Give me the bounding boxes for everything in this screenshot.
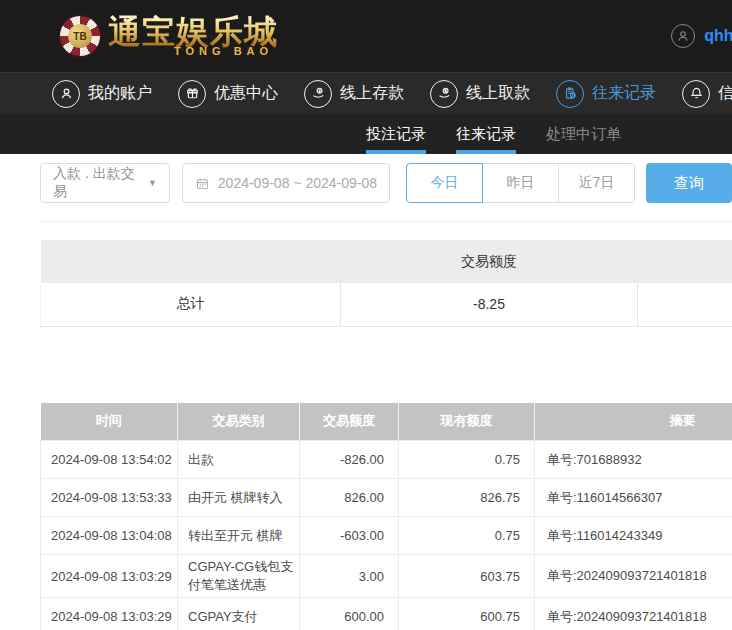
column-header: 摘要 [535, 403, 732, 441]
summary-table: 交易额度 总计 -8.25 [40, 240, 732, 327]
table-cell: 826.00 [300, 479, 399, 517]
chip-initials: TB [68, 24, 92, 48]
table-cell: CGPAY支付 [178, 598, 300, 630]
table-cell: 3.00 [300, 555, 399, 598]
tabs-bar: 投注记录 往来记录 处理中订单 [0, 114, 732, 154]
today-button[interactable]: 今日 [406, 163, 483, 203]
nav-item-deposit[interactable]: 线上存款 [304, 80, 404, 108]
brand-name-cn: 通宝娱乐城 [108, 15, 278, 48]
column-header: 时间 [41, 403, 178, 441]
tab-transaction-records[interactable]: 往来记录 [456, 114, 516, 154]
table-row: 2024-09-08 13:03:29CGPAY支付600.00600.75单号… [41, 598, 732, 630]
table-cell: 600.75 [399, 598, 535, 630]
nav-label: 线上取款 [466, 83, 530, 104]
table-cell: 2024-09-08 13:54:02 [41, 441, 178, 479]
column-header: 现有额度 [399, 403, 535, 441]
table-cell: 单号:701688932 [535, 441, 732, 479]
table-header-row: 时间交易类别交易额度现有额度摘要 [41, 403, 732, 441]
brand-logo[interactable]: TB 通宝娱乐城 TONG BAO [60, 15, 278, 57]
tab-processing-orders[interactable]: 处理中订单 [546, 114, 621, 154]
nav-label: 优惠中心 [214, 83, 278, 104]
date-range-input[interactable]: 2024-09-08 ~ 2024-09-08 [182, 163, 390, 203]
table-cell: 826.75 [399, 479, 535, 517]
avatar-icon[interactable] [671, 24, 695, 48]
table-cell: -826.00 [300, 441, 399, 479]
chevron-down-icon: ▼ [148, 178, 157, 188]
table-cell: 由开元 棋牌转入 [178, 479, 300, 517]
table-cell: 单号:202409093721401818 [535, 598, 732, 630]
yesterday-button[interactable]: 昨日 [482, 163, 559, 203]
summary-row-label: 总计 [41, 283, 341, 326]
search-button[interactable]: 查询 [646, 163, 732, 203]
table-cell: 出款 [178, 441, 300, 479]
transactions-table: 时间交易类别交易额度现有额度摘要 2024-09-08 13:54:02出款-8… [40, 403, 732, 630]
table-cell: 2024-09-08 13:03:29 [41, 555, 178, 598]
table-cell: 600.00 [300, 598, 399, 630]
table-row: 2024-09-08 13:53:33由开元 棋牌转入826.00826.75单… [41, 479, 732, 517]
calendar-icon [195, 176, 210, 191]
summary-total-value: -8.25 [341, 283, 638, 326]
withdraw-icon [430, 80, 458, 108]
nav-item-messages[interactable]: 信息 [682, 80, 732, 108]
nav-label: 我的账户 [88, 83, 152, 104]
nav-item-promotions[interactable]: 优惠中心 [178, 80, 278, 108]
nav-label: 往来记录 [592, 83, 656, 104]
table-cell: CGPAY-CG钱包支付笔笔送优惠 [178, 555, 300, 598]
summary-header-label: 交易额度 [341, 240, 638, 283]
section-divider [40, 221, 732, 222]
table-cell: -603.00 [300, 517, 399, 555]
nav-item-records[interactable]: 往来记录 [556, 80, 656, 108]
table-cell: 0.75 [399, 517, 535, 555]
user-box: qhhw [671, 24, 732, 48]
summary-empty-cell [638, 283, 732, 326]
bell-icon [682, 80, 710, 108]
table-row: 2024-09-08 13:54:02出款-826.000.75单号:70168… [41, 441, 732, 479]
nav-label: 线上存款 [340, 83, 404, 104]
quick-date-button-group: 今日 昨日 近7日 [406, 163, 635, 203]
table-cell: 单号:116014566307 [535, 479, 732, 517]
table-cell: 单号:116014243349 [535, 517, 732, 555]
promo-gift-icon [178, 80, 206, 108]
main-nav: 我的账户 优惠中心 线上存款 线上取款 [0, 72, 732, 114]
last-7-days-button[interactable]: 近7日 [558, 163, 635, 203]
username-link[interactable]: qhhw [704, 27, 732, 45]
summary-header-empty [41, 240, 341, 283]
date-range-value: 2024-09-08 ~ 2024-09-08 [218, 175, 377, 191]
nav-item-withdraw[interactable]: 线上取款 [430, 80, 530, 108]
column-header: 交易额度 [300, 403, 399, 441]
nav-label: 信息 [718, 83, 732, 104]
table-cell: 603.75 [399, 555, 535, 598]
brand-name-en: TONG BAO [174, 45, 278, 57]
poker-chip-icon: TB [60, 16, 100, 56]
column-header: 交易类别 [178, 403, 300, 441]
summary-header-row: 交易额度 [41, 240, 732, 283]
table-cell: 2024-09-08 13:03:29 [41, 598, 178, 630]
site-header: TB 通宝娱乐城 TONG BAO qhhw [0, 0, 732, 72]
records-icon [556, 80, 584, 108]
table-cell: 2024-09-08 13:04:08 [41, 517, 178, 555]
table-cell: 单号:202409093721401818 [535, 555, 732, 598]
filter-row: 入款 . 出款交易 ▼ 2024-09-08 ~ 2024-09-08 今日 昨… [40, 163, 732, 203]
deposit-icon [304, 80, 332, 108]
transaction-type-dropdown[interactable]: 入款 . 出款交易 ▼ [40, 163, 170, 203]
transactions-body: 2024-09-08 13:54:02出款-826.000.75单号:70168… [41, 441, 732, 630]
summary-total-row: 总计 -8.25 [41, 283, 732, 326]
summary-header-empty [638, 240, 732, 283]
account-icon [52, 80, 80, 108]
table-row: 2024-09-08 13:03:29CGPAY-CG钱包支付笔笔送优惠3.00… [41, 555, 732, 598]
table-cell: 2024-09-08 13:53:33 [41, 479, 178, 517]
table-cell: 0.75 [399, 441, 535, 479]
table-cell: 转出至开元 棋牌 [178, 517, 300, 555]
brand-text: 通宝娱乐城 TONG BAO [108, 15, 278, 57]
dropdown-value: 入款 . 出款交易 [53, 165, 148, 201]
tab-betting-records[interactable]: 投注记录 [366, 114, 426, 154]
nav-item-my-account[interactable]: 我的账户 [52, 80, 152, 108]
table-row: 2024-09-08 13:04:08转出至开元 棋牌-603.000.75单号… [41, 517, 732, 555]
